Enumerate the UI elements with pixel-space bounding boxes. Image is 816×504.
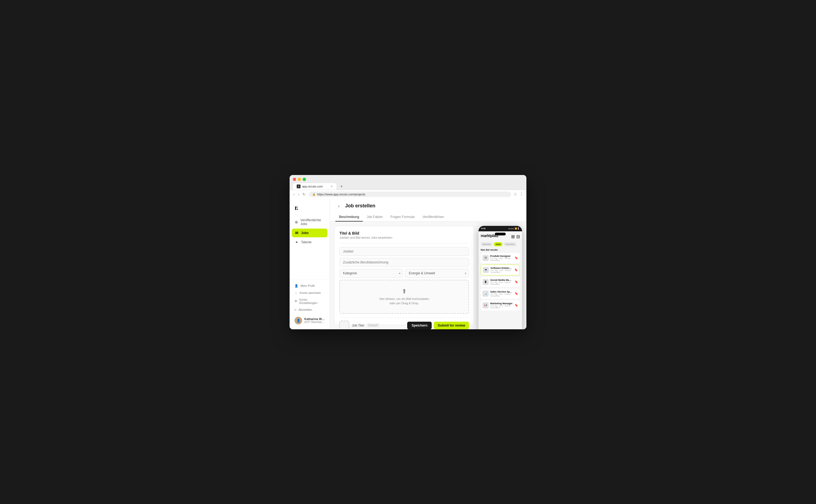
job-tags-3: vol | Tag · Jobs · Vollzeit · Homeoffice [490, 293, 513, 297]
mobile-tabs: Betriebe Jobs Favoriten [481, 242, 520, 246]
url-input[interactable]: 🔒 https://www.app.recuto.com/projects [309, 192, 511, 197]
job-tags-4: vol | Tag · Jobs · Vollzeit · Homeoffice [490, 305, 513, 309]
tab-bar: r app.recuto.com × + [293, 183, 523, 190]
grid-icon: ⊞ [511, 234, 515, 239]
job-tags-2: vol | Tag · Jobs · Vollzeit · Homeoffice [490, 281, 513, 285]
page-tabs: Beschreibung Job Fakten Fragen Formular … [335, 213, 521, 221]
mobile-tab-favoriten[interactable]: Favoriten [504, 242, 516, 246]
mobile-job-card-0[interactable]: 🖼 Produkt Designer vol | Tag · Jobs · Vo… [481, 253, 520, 263]
mobile-job-card-3[interactable]: 📊 Sales Service Specialist vol | Tag · J… [481, 288, 520, 299]
tab-title: app.recuto.com [302, 185, 323, 188]
energie-wrapper: Energie & Umwelt IT & Software Marketing… [405, 269, 469, 278]
mobile-section-title: Neu bei recuto [481, 248, 520, 251]
mobile-screen: marktplatz ⊞ ⊟ Betriebe Jobs Favoriten N… [478, 231, 522, 329]
image-upload-area[interactable]: ⬆ Hier klicken, um ein Bild hochzuladen … [339, 280, 469, 314]
category-row: Kategorie IT & Software Marketing Design… [339, 269, 469, 278]
reload-button[interactable]: ↻ [301, 192, 307, 197]
browser-nav-buttons: ‹ › ↻ [292, 192, 307, 197]
energie-select[interactable]: Energie & Umwelt IT & Software Marketing… [405, 269, 469, 278]
kategorie-wrapper: Kategorie IT & Software Marketing Design… [339, 269, 403, 278]
tab-favicon: r [297, 185, 300, 188]
sidebar-item-talente[interactable]: ✦ Talente [292, 238, 327, 247]
job-info-3: Sales Service Specialist vol | Tag · Job… [490, 290, 513, 297]
user-info: Katharina Wagner ACP Oberösterreich [304, 317, 325, 324]
back-to-list-button[interactable]: ‹ [335, 202, 342, 210]
job-title-0: Produkt Designer [490, 255, 513, 257]
sidebar-konto-einstellungen[interactable]: ⚙ Konto Einstellungen [292, 296, 327, 306]
mobile-filter-icons: ⊞ ⊟ [511, 234, 520, 239]
published-jobs-icon: ⊕ [295, 220, 298, 224]
zusatz-input[interactable] [339, 258, 469, 267]
lock-icon: 🔒 [312, 193, 315, 196]
maximize-window-button[interactable] [303, 178, 306, 181]
tab-close-button[interactable]: × [331, 185, 333, 188]
mobile-tab-jobs[interactable]: Jobs [494, 242, 503, 246]
save-button[interactable]: Speichern [407, 322, 432, 329]
mobile-job-card-1[interactable]: 💻 Software Entwickler vol | Tag · Jobs ·… [481, 265, 520, 275]
job-logo-4: 📢 [483, 302, 489, 308]
url-text: https://www.app.recuto.com/projects [317, 193, 365, 196]
sidebar-logo: r. [290, 199, 330, 216]
job-info-0: Produkt Designer vol | Tag · Jobs · Voll… [490, 255, 513, 261]
form-panel: Titel & Bild Jobtitel und Bild deines Jo… [334, 226, 474, 325]
job-logo-1: 💻 [483, 267, 489, 273]
close-window-button[interactable] [293, 178, 296, 181]
browser-traffic-lights [293, 178, 523, 181]
mobile-status-icons: ▲▲▲ 🛜 ▌ [508, 228, 519, 230]
signal-icon: ▲▲▲ [508, 228, 514, 230]
job-title-3: Sales Service Specialist [490, 290, 513, 293]
tab-veroeffentlichen[interactable]: Veröffentlichen [419, 213, 448, 222]
sidebar-nav: ⊕ Veröffentlichte Jobs ✉ Jobs ✦ Talente [290, 216, 330, 279]
kategorie-select[interactable]: Kategorie IT & Software Marketing Design… [339, 269, 403, 278]
mobile-job-card-4[interactable]: 📢 Marketing Manager vol | Tag · Jobs · V… [481, 300, 520, 311]
page-title: Job erstellen [345, 203, 375, 209]
sidebar-konto-wechseln[interactable]: ↔ Konto wechseln [292, 290, 327, 296]
new-tab-button[interactable]: + [339, 183, 345, 189]
sidebar-item-veroeffentlichte-jobs[interactable]: ⊕ Veröffentlichte Jobs [292, 216, 327, 228]
avatar: 👤 [295, 317, 302, 324]
mobile-time: 9:42 [481, 227, 486, 230]
job-tags-0: vol | Tag · Jobs · Vollzeit · Homeoffice [490, 257, 513, 261]
preview-label: Job Titel [352, 324, 364, 327]
jobtitel-input[interactable] [339, 247, 469, 256]
profil-label: Mein Profil [300, 284, 315, 287]
job-title-4: Marketing Manager [490, 302, 513, 305]
job-info-2: Social Media Manager vol | Tag · Jobs · … [490, 279, 513, 285]
wifi-icon: 🛜 [515, 228, 517, 230]
browser-window: r app.recuto.com × + ‹ › ↻ 🔒 https://www… [290, 175, 526, 329]
mobile-tab-betriebe[interactable]: Betriebe [481, 242, 493, 246]
user-profile: 👤 Katharina Wagner ACP Oberösterreich [292, 315, 327, 327]
tab-beschreibung[interactable]: Beschreibung [335, 213, 363, 222]
tab-fragen-formular[interactable]: Fragen Formular [387, 213, 419, 222]
jobs-icon: ✉ [295, 231, 299, 235]
main-content: ‹ Job erstellen Beschreibung Job Fakten … [330, 199, 526, 329]
page-title-row: ‹ Job erstellen [335, 202, 521, 210]
bookmark-button[interactable]: ☆ [513, 192, 517, 197]
preview-thumbnail [339, 321, 349, 329]
tab-job-fakten[interactable]: Job Fakten [363, 213, 386, 222]
section-title: Titel & Bild [339, 231, 469, 235]
submit-for-review-button[interactable]: Submit for review [434, 322, 469, 329]
sidebar-mein-profil[interactable]: 👤 Mein Profil [292, 282, 327, 289]
mobile-job-card-2[interactable]: 📱 Social Media Manager vol | Tag · Jobs … [481, 277, 520, 287]
sidebar-item-jobs[interactable]: ✉ Jobs [292, 229, 327, 237]
form-area: Titel & Bild Jobtitel und Bild deines Jo… [330, 222, 526, 329]
browser-menu-button[interactable]: ⋮ [519, 192, 524, 197]
section-divider [339, 243, 469, 243]
battery-icon: ▌ [518, 228, 519, 230]
job-logo-3: 📊 [483, 291, 489, 297]
minimize-window-button[interactable] [298, 178, 301, 181]
job-title-1: Software Entwickler [490, 267, 513, 269]
job-tags-1: vol | Tag · Jobs · Vollzeit · Homeoffice [490, 269, 513, 273]
browser-tab[interactable]: r app.recuto.com × [293, 183, 336, 190]
konto-wechseln-icon: ↔ [295, 291, 297, 294]
back-button[interactable]: ‹ [292, 192, 296, 197]
sidebar-item-label: Veröffentlichte Jobs [300, 218, 325, 226]
konto-wechseln-label: Konto wechseln [300, 291, 321, 294]
forward-button[interactable]: › [297, 192, 300, 197]
sidebar-abmelden[interactable]: ⎋ Abmelden [292, 306, 327, 313]
upload-text-line1: Hier klicken, um ein Bild hochzuladen [348, 297, 461, 301]
sidebar: r. ⊕ Veröffentlichte Jobs ✉ Jobs ✦ Talen… [290, 199, 330, 329]
einstellungen-label: Konto Einstellungen [299, 298, 325, 305]
talente-icon: ✦ [295, 240, 299, 244]
